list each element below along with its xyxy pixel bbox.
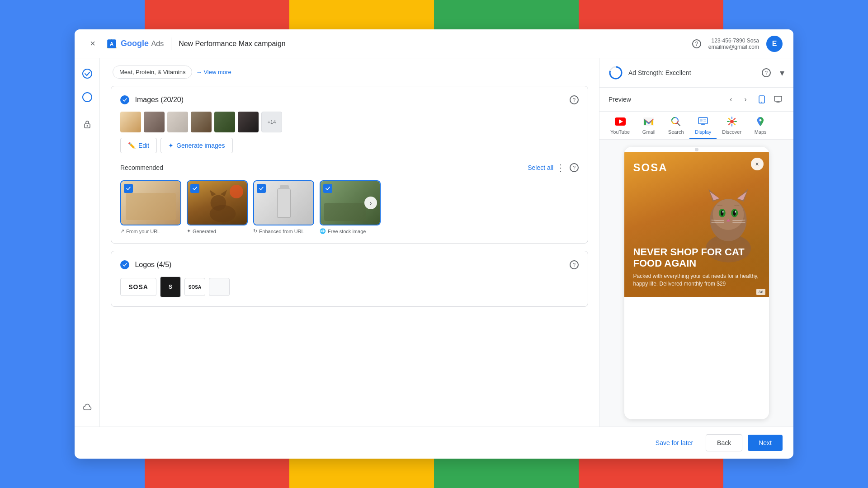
svg-line-35	[734, 123, 735, 125]
tab-maps[interactable]: Maps	[747, 112, 774, 139]
select-all-button[interactable]: Select all	[528, 164, 553, 171]
sidebar-check-icon[interactable]	[79, 66, 95, 82]
header-title: New Performance Max campaign	[179, 40, 286, 48]
logos-title-text: Logos (4/5)	[135, 261, 171, 269]
prev-button[interactable]: ‹	[725, 93, 737, 106]
sidebar-lock-icon[interactable]	[79, 116, 95, 132]
user-avatar[interactable]: E	[766, 36, 783, 52]
image-preview-2[interactable]	[187, 180, 248, 225]
next-button[interactable]: Next	[748, 435, 783, 451]
image-source-3: Enhanced from URL	[259, 229, 304, 234]
nav-arrow-4[interactable]: ›	[364, 197, 377, 209]
svg-rect-28	[703, 121, 706, 122]
strength-chevron-icon[interactable]: ▾	[780, 67, 784, 78]
image-label-4: 🌐 Free stock image	[320, 228, 381, 234]
tag-bar: Meat, Protein, & Vitamins → View more	[111, 66, 588, 79]
checkbox-1[interactable]	[124, 184, 133, 193]
thumb-4[interactable]	[191, 112, 212, 132]
svg-point-15	[761, 102, 762, 103]
edit-button[interactable]: ✏️ Edit	[120, 138, 157, 153]
image-preview-3[interactable]	[253, 180, 314, 225]
header-logo: A Google Ads	[105, 38, 164, 50]
youtube-logo-icon	[615, 117, 626, 126]
mobile-notch	[624, 147, 769, 152]
image-preview-4[interactable]: ›	[320, 180, 381, 225]
checkbox-3[interactable]	[257, 184, 266, 193]
globe-icon-4: 🌐	[320, 228, 326, 234]
logos-section: Logos (4/5) ? SOSA S SOSA	[111, 251, 588, 307]
check-icon	[122, 97, 127, 103]
image-preview-1[interactable]	[120, 180, 181, 225]
logo-empty[interactable]	[209, 278, 230, 296]
images-help-icon[interactable]: ?	[570, 95, 579, 104]
back-button[interactable]: Back	[706, 434, 742, 451]
logo-sosa-dark[interactable]: S	[160, 277, 181, 297]
checkbox-2[interactable]	[190, 184, 199, 193]
strength-help-icon[interactable]: ?	[762, 68, 771, 77]
more-options-button[interactable]: ⋮	[553, 160, 568, 175]
close-button[interactable]: ×	[85, 37, 100, 51]
recommended-help-icon[interactable]: ?	[570, 163, 579, 172]
svg-point-4	[83, 69, 92, 78]
image-grid: ↗ From your URL	[120, 180, 579, 234]
right-panel: Ad Strength: Excellent ? ▾ Preview ‹ ›	[599, 58, 793, 427]
desktop-device-button[interactable]	[772, 93, 784, 106]
svg-line-24	[677, 123, 680, 126]
image-card-1: ↗ From your URL	[120, 180, 181, 234]
ad-image-area: SOSA × NEVER SHOP FOR CAT FOOD AGAIN Pac…	[624, 152, 769, 297]
tab-search[interactable]: Search	[662, 112, 689, 139]
header-help-icon[interactable]: ?	[692, 39, 701, 48]
sparkle-icon: ✦	[168, 142, 174, 149]
sidebar-circle-icon[interactable]	[79, 89, 95, 105]
view-more-label: View more	[203, 69, 231, 75]
next-button[interactable]: ›	[739, 93, 752, 106]
svg-point-50	[722, 211, 723, 212]
tab-gmail-label: Gmail	[642, 129, 656, 135]
thumb-6[interactable]	[238, 112, 259, 132]
enhance-icon-3: ↻	[253, 228, 257, 234]
tab-discover[interactable]: Discover	[717, 112, 747, 139]
tab-maps-label: Maps	[755, 129, 767, 135]
svg-line-34	[729, 118, 730, 120]
strength-circle-icon	[609, 66, 623, 80]
logos-help-icon[interactable]: ?	[570, 260, 579, 269]
arrow-right-icon: →	[196, 69, 202, 75]
save-later-button[interactable]: Save for later	[648, 435, 700, 451]
check-icon-logos	[122, 262, 127, 267]
check-icon-1	[126, 186, 131, 191]
sidebar-cloud-icon[interactable]	[79, 399, 95, 416]
ads-text: Ads	[150, 40, 164, 48]
category-tag[interactable]: Meat, Protein, & Vitamins	[113, 66, 192, 79]
logo-sosa-text[interactable]: SOSA	[120, 278, 156, 296]
svg-rect-27	[703, 119, 706, 120]
images-section-header: Images (20/20) ?	[120, 95, 579, 104]
tab-gmail[interactable]: Gmail	[635, 112, 662, 139]
thumb-2[interactable]	[144, 112, 165, 132]
ad-close-button[interactable]: ×	[751, 158, 764, 170]
google-search-icon	[670, 116, 681, 127]
lock-icon	[83, 120, 92, 129]
mobile-icon	[758, 95, 766, 103]
bar-red	[145, 0, 289, 29]
logo-sosa-small[interactable]: SOSA	[184, 278, 205, 296]
tab-youtube[interactable]: YouTube	[605, 112, 635, 139]
generate-images-button[interactable]: ✦ Generate images	[160, 138, 232, 153]
svg-marker-10	[210, 190, 216, 196]
extra-count-badge[interactable]: +14	[261, 112, 282, 132]
search-platform-icon	[670, 115, 682, 128]
google-text: Google	[121, 39, 149, 48]
mobile-device-button[interactable]	[755, 93, 768, 106]
checkbox-4[interactable]	[323, 184, 332, 193]
sosa-logo: SOSA	[633, 161, 668, 174]
thumb-5[interactable]	[214, 112, 235, 132]
svg-point-41	[712, 199, 744, 230]
svg-point-9	[211, 195, 226, 211]
logos-title: Logos (4/5)	[129, 261, 171, 269]
svg-point-29	[730, 120, 734, 123]
tab-display[interactable]: Display	[689, 112, 717, 139]
view-more-button[interactable]: → View more	[196, 69, 231, 75]
thumb-3[interactable]	[167, 112, 188, 132]
thumb-1[interactable]	[120, 112, 141, 132]
svg-point-49	[733, 210, 736, 216]
tab-youtube-label: YouTube	[610, 129, 630, 135]
